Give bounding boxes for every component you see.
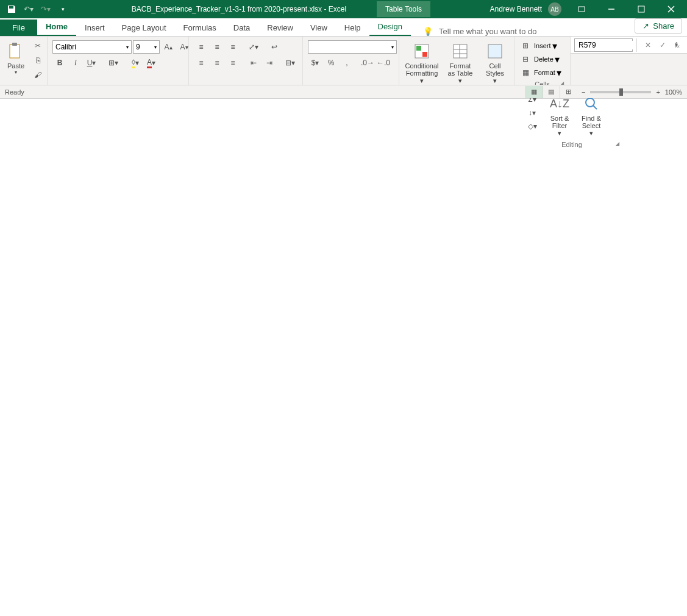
- align-left-button[interactable]: ≡: [194, 56, 208, 70]
- underline-button[interactable]: U▾: [84, 56, 99, 70]
- number-format-combo[interactable]: ▾: [308, 40, 397, 54]
- tab-design[interactable]: Design: [369, 18, 411, 36]
- close-button[interactable]: [657, 0, 685, 18]
- svg-rect-7: [422, 52, 427, 57]
- delete-cells-button[interactable]: Delete: [534, 56, 554, 63]
- currency-button[interactable]: $▾: [308, 56, 322, 70]
- align-right-button[interactable]: ≡: [226, 56, 240, 70]
- tab-home[interactable]: Home: [37, 18, 76, 36]
- ribbon-display-button[interactable]: [568, 0, 595, 18]
- window-title: BACB_Experience_Tracker_v1-3-1 from 2020…: [132, 5, 346, 13]
- align-center-button[interactable]: ≡: [210, 56, 224, 70]
- save-button[interactable]: [4, 1, 20, 17]
- zoom-knob[interactable]: [619, 88, 623, 96]
- page-layout-view-button[interactable]: ▤: [543, 86, 560, 98]
- status-bar: Ready ▦ ▤ ⊞ − + 100%: [0, 85, 687, 98]
- insert-cells-button[interactable]: Insert: [534, 42, 551, 49]
- copy-button[interactable]: ⎘: [30, 54, 45, 67]
- format-as-table-button[interactable]: Format as Table▾: [443, 39, 477, 87]
- svg-rect-3: [10, 45, 20, 58]
- status-ready: Ready: [5, 88, 24, 96]
- bold-button[interactable]: B: [52, 56, 67, 70]
- svg-rect-4: [12, 43, 17, 46]
- delete-cells-icon: ⊟: [518, 52, 533, 66]
- increase-font-button[interactable]: A▴: [161, 40, 176, 54]
- fill-button[interactable]: ↓▾: [522, 106, 543, 120]
- tab-data[interactable]: Data: [225, 20, 258, 36]
- ribbon: Paste▾ ✂ ⎘ 🖌 Clipboard Calibri▾ 9▾ A▴ A▾…: [0, 37, 687, 99]
- align-middle-button[interactable]: ≡: [210, 40, 224, 54]
- font-color-button[interactable]: A▾: [144, 56, 158, 70]
- formula-bar: ▼ ✕ ✓ fₓ No ⌄: [571, 37, 687, 54]
- svg-line-14: [593, 106, 597, 109]
- minimize-button[interactable]: [597, 0, 625, 18]
- align-top-button[interactable]: ≡: [194, 40, 208, 54]
- svg-rect-6: [416, 46, 421, 51]
- decrease-indent-button[interactable]: ⇤: [246, 56, 261, 70]
- enter-formula-button[interactable]: ✓: [657, 41, 669, 49]
- align-bottom-button[interactable]: ≡: [226, 40, 240, 54]
- page-break-view-button[interactable]: ⊞: [560, 86, 577, 98]
- merge-button[interactable]: ⊟▾: [283, 56, 297, 70]
- cell-styles-icon: [485, 41, 505, 61]
- redo-button[interactable]: ↷▾: [38, 1, 54, 17]
- tab-file[interactable]: File: [0, 20, 37, 36]
- user-name: Andrew Bennett: [490, 5, 542, 13]
- qat-customize[interactable]: ▾: [55, 1, 71, 17]
- tab-formulas[interactable]: Formulas: [175, 20, 225, 36]
- border-button[interactable]: ⊞▾: [106, 56, 121, 70]
- group-editing: Editing: [522, 140, 622, 149]
- conditional-formatting-button[interactable]: Conditional Formatting▾: [403, 39, 441, 87]
- find-select-button[interactable]: Find & Select▾: [577, 91, 606, 140]
- svg-rect-8: [454, 45, 467, 58]
- zoom-in-button[interactable]: +: [656, 88, 660, 96]
- svg-rect-12: [488, 45, 502, 58]
- title-bar: ↶▾ ↷▾ ▾ BACB_Experience_Tracker_v1-3-1 f…: [0, 0, 687, 18]
- format-painter-button[interactable]: 🖌: [30, 68, 45, 82]
- tab-insert[interactable]: Insert: [76, 20, 113, 36]
- format-cells-icon: ▦: [518, 66, 533, 79]
- svg-rect-0: [578, 7, 585, 12]
- cut-button[interactable]: ✂: [30, 39, 45, 52]
- tell-me-input[interactable]: Tell me what you want to do: [439, 27, 536, 36]
- insert-function-button[interactable]: fₓ: [671, 41, 683, 49]
- sort-filter-button[interactable]: A↓Z Sort & Filter▾: [545, 91, 574, 140]
- quick-access-toolbar: ↶▾ ↷▾ ▾: [0, 1, 74, 17]
- format-cells-button[interactable]: Format: [534, 69, 555, 76]
- comma-button[interactable]: ,: [340, 56, 354, 70]
- fill-color-button[interactable]: ◊▾: [128, 56, 143, 70]
- zoom-slider[interactable]: [590, 91, 651, 93]
- font-size-combo[interactable]: 9▾: [133, 40, 160, 54]
- maximize-button[interactable]: [627, 0, 655, 18]
- tab-review[interactable]: Review: [258, 20, 302, 36]
- zoom-level[interactable]: 100%: [665, 88, 682, 96]
- paste-icon: [6, 41, 26, 61]
- share-icon: ↗: [643, 21, 649, 30]
- increase-indent-button[interactable]: ⇥: [262, 56, 277, 70]
- tab-help[interactable]: Help: [336, 20, 369, 36]
- cell-styles-button[interactable]: Cell Styles▾: [480, 39, 510, 87]
- orientation-button[interactable]: ⤢▾: [246, 40, 261, 54]
- cancel-formula-button[interactable]: ✕: [642, 41, 654, 49]
- percent-button[interactable]: %: [324, 56, 338, 70]
- zoom-out-button[interactable]: −: [582, 88, 585, 96]
- table-tools-tab[interactable]: Table Tools: [377, 1, 430, 17]
- wrap-text-button[interactable]: ↩: [267, 40, 282, 54]
- font-name-combo[interactable]: Calibri▾: [52, 40, 132, 54]
- insert-cells-icon: ⊞: [518, 39, 533, 52]
- undo-button[interactable]: ↶▾: [21, 1, 37, 17]
- normal-view-button[interactable]: ▦: [525, 86, 543, 98]
- ribbon-tabs: File Home Insert Page Layout Formulas Da…: [0, 18, 687, 37]
- tab-page-layout[interactable]: Page Layout: [113, 20, 175, 36]
- svg-point-13: [586, 98, 594, 107]
- share-button[interactable]: ↗ Share: [635, 18, 682, 34]
- italic-button[interactable]: I: [68, 56, 83, 70]
- svg-rect-2: [638, 6, 644, 12]
- name-box[interactable]: ▼: [574, 38, 633, 52]
- decrease-decimal-button[interactable]: ←.0: [376, 56, 391, 70]
- increase-decimal-button[interactable]: .0→: [360, 56, 375, 70]
- paste-button[interactable]: Paste▾: [4, 39, 28, 77]
- user-avatar[interactable]: AB: [548, 2, 561, 16]
- clear-button[interactable]: ◇▾: [522, 120, 543, 133]
- tab-view[interactable]: View: [302, 20, 336, 36]
